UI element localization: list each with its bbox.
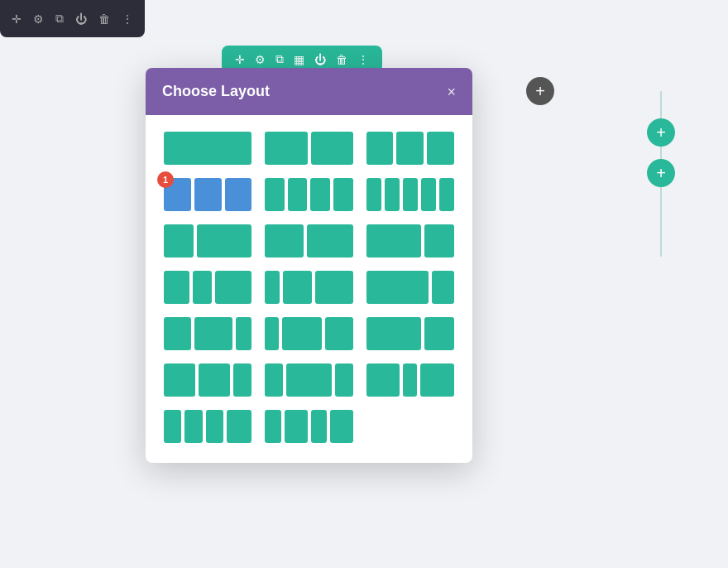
layout-2col-md-md2[interactable] — [265, 224, 352, 258]
ft-grid-icon[interactable]: ▦ — [294, 53, 304, 66]
layout-5col[interactable] — [366, 178, 454, 211]
layout-3col[interactable] — [366, 132, 454, 165]
selected-badge: 1 — [157, 171, 174, 188]
trash-icon[interactable]: 🗑 — [98, 12, 110, 26]
top-toolbar: ✛ ⚙ ⧉ ⏻ 🗑 ⋮ — [0, 0, 145, 37]
add-button-teal-1[interactable]: + — [647, 118, 675, 147]
layout-3col-sm-sm-lg[interactable] — [265, 271, 352, 304]
power-icon[interactable]: ⏻ — [75, 12, 87, 26]
ft-power-icon[interactable]: ⏻ — [314, 53, 326, 66]
ft-more-icon[interactable]: ⋮ — [357, 53, 369, 66]
layout-3col-lg-sm2[interactable] — [366, 271, 454, 304]
settings-icon[interactable]: ⚙ — [33, 12, 44, 26]
duplicate-icon[interactable]: ⧉ — [55, 12, 64, 26]
add-button-teal-2[interactable]: + — [647, 159, 675, 187]
layout-5col-v1[interactable] — [164, 410, 251, 443]
layout-3col-v3[interactable] — [366, 317, 454, 350]
layout-3col-sm-lg-sm[interactable] — [164, 271, 251, 304]
layout-3col-v2[interactable] — [265, 317, 352, 350]
layout-1col[interactable] — [164, 132, 251, 165]
layout-3col-v1[interactable] — [164, 317, 251, 350]
ft-settings-icon[interactable]: ⚙ — [255, 53, 266, 66]
move-icon[interactable]: ✛ — [12, 12, 22, 26]
layout-2col-sm-lg[interactable] — [164, 224, 251, 258]
modal-header: Choose Layout × — [146, 68, 472, 115]
add-button-dark[interactable]: + — [526, 77, 554, 105]
layout-2col[interactable] — [265, 132, 352, 165]
add-icon[interactable]: ✛ — [235, 53, 245, 66]
more-icon[interactable]: ⋮ — [122, 12, 133, 26]
layout-4col-v3[interactable] — [366, 363, 454, 397]
layout-2col-lg-sm[interactable] — [366, 224, 454, 258]
modal-close-button[interactable]: × — [447, 84, 456, 99]
choose-layout-modal: Choose Layout × 1 — [146, 68, 472, 463]
layout-4col-v2[interactable] — [265, 363, 352, 397]
layout-5col-v2[interactable] — [265, 410, 352, 443]
modal-title: Choose Layout — [162, 83, 270, 100]
ft-duplicate-icon[interactable]: ⧉ — [275, 52, 284, 66]
layout-3col-selected[interactable]: 1 — [164, 178, 251, 211]
layout-4col[interactable] — [265, 178, 352, 211]
modal-body: 1 — [146, 115, 472, 463]
ft-trash-icon[interactable]: 🗑 — [336, 53, 347, 66]
layout-4col-v1[interactable] — [164, 363, 251, 397]
